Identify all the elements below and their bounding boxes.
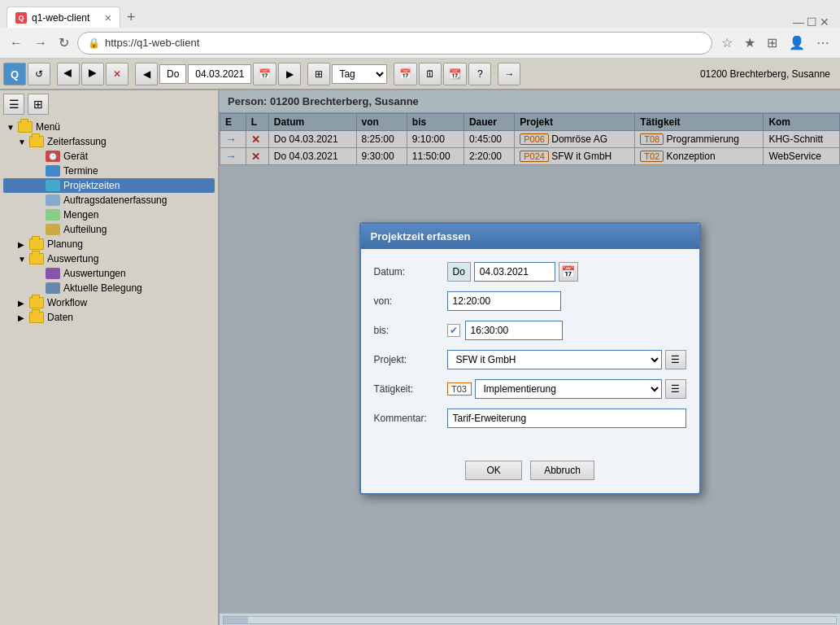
- day-label: Do: [447, 262, 471, 282]
- new-tab-button[interactable]: +: [120, 7, 142, 28]
- bookmark-star-button[interactable]: ☆: [717, 33, 737, 52]
- menu-button[interactable]: ⋯: [812, 33, 833, 52]
- sidebar-item-label: Mengen: [63, 209, 98, 221]
- arrow-button[interactable]: →: [498, 63, 520, 85]
- nav-next-button[interactable]: ⯈: [81, 63, 104, 85]
- folder-icon: [29, 136, 44, 147]
- datum-input[interactable]: [474, 262, 555, 282]
- sidebar-item-label: Workflow: [47, 297, 87, 308]
- sidebar-layout-button[interactable]: ⊞: [28, 94, 49, 115]
- auswertungen-icon: [46, 268, 60, 279]
- calendar-button[interactable]: 📅: [253, 63, 276, 85]
- bis-input[interactable]: [465, 321, 563, 340]
- kommentar-control: [447, 409, 686, 428]
- sidebar-item-label: Zeiterfassung: [47, 136, 107, 147]
- taetigkeit-select-group: T03 Implementierung ☰: [447, 379, 686, 399]
- cancel-button[interactable]: Abbruch: [530, 461, 594, 480]
- sidebar-item-planung[interactable]: ▶ Planung: [3, 237, 215, 251]
- expand-icon: ▼: [7, 123, 18, 132]
- sidebar-item-label: Projektzeiten: [63, 180, 120, 191]
- kommentar-input[interactable]: [447, 409, 686, 428]
- calendar-picker-button[interactable]: 📅: [559, 262, 578, 282]
- sidebar-item-mengen[interactable]: ▶ Mengen: [3, 208, 215, 222]
- projekt-select[interactable]: SFW it GmbH: [447, 350, 662, 369]
- main-layout: ☰ ⊞ ▼ Menü ▼ Zeiterfassung ▶ �: [0, 90, 840, 625]
- view-select[interactable]: Tag Woche Monat: [333, 65, 386, 83]
- forward-button[interactable]: →: [31, 34, 50, 52]
- folder-icon: [29, 312, 44, 323]
- url-text: https://q1-web-client: [105, 37, 199, 49]
- month-view-button[interactable]: 📅: [394, 63, 417, 85]
- von-label: von:: [374, 295, 447, 307]
- sidebar-item-label: Aktuelle Belegung: [63, 282, 142, 294]
- nav-prev-button[interactable]: ⯇: [57, 63, 80, 85]
- sidebar-item-daten[interactable]: ▶ Daten: [3, 310, 215, 325]
- bookmark-list-button[interactable]: ★: [740, 33, 759, 52]
- belegung-icon: [46, 282, 60, 294]
- refresh-button[interactable]: ↻: [55, 33, 72, 52]
- tab-bar: Q q1-web-client × + — ☐ ✕: [0, 0, 840, 28]
- scroll-thumb[interactable]: [224, 617, 248, 623]
- sidebar-item-zeiterfassung[interactable]: ▼ Zeiterfassung: [3, 134, 215, 149]
- tab-icon: Q: [15, 12, 27, 24]
- sidebar-item-menu[interactable]: ▼ Menü: [3, 120, 215, 134]
- expand-icon: ▼: [18, 138, 29, 146]
- datum-control: Do 📅: [447, 262, 686, 282]
- day-label-display: Do: [159, 64, 186, 84]
- minimize-button[interactable]: —: [793, 16, 804, 28]
- tab-close-button[interactable]: ×: [105, 12, 111, 24]
- auftrag-icon: [46, 194, 60, 206]
- sidebar-item-geraet[interactable]: ▶ 🕐 Gerät: [3, 149, 215, 164]
- browser-tab[interactable]: Q q1-web-client ×: [7, 7, 120, 28]
- sidebar-toggle-button[interactable]: ☰: [3, 94, 24, 115]
- projekt-detail-button[interactable]: ☰: [665, 350, 686, 369]
- close-button[interactable]: ✕: [819, 16, 830, 28]
- von-input[interactable]: [447, 291, 561, 311]
- sidebar-item-termine[interactable]: ▶ Termine: [3, 164, 215, 178]
- sidebar-item-aktuelle-belegung[interactable]: ▶ Aktuelle Belegung: [3, 281, 215, 295]
- datum-row: Datum: Do 📅: [374, 262, 686, 282]
- grid-view-button[interactable]: ⊞: [307, 63, 330, 85]
- undo-button[interactable]: ↺: [28, 63, 50, 85]
- app-toolbar: Q ↺ ⯇ ⯈ ✕ ◀ Do 04.03.2021 📅 ▶ ⊞ Tag Woch…: [0, 59, 840, 90]
- sidebar-item-auftragsdatenerfassung[interactable]: ▶ Auftragsdatenerfassung: [3, 193, 215, 208]
- profile-button[interactable]: 👤: [785, 33, 809, 52]
- home-button[interactable]: Q: [3, 63, 26, 85]
- calendar2-button[interactable]: 📆: [443, 63, 467, 85]
- dialog-overlay: Projektzeit erfassen Datum: Do 📅: [220, 90, 840, 625]
- week-view-button[interactable]: 🗓: [419, 63, 442, 85]
- help-button[interactable]: ?: [468, 63, 491, 85]
- sidebar-item-label: Gerät: [63, 151, 88, 162]
- sidebar-item-aufteilung[interactable]: ▶ Aufteilung: [3, 222, 215, 237]
- tab-title: q1-web-client: [32, 12, 89, 24]
- sidebar-item-auswertungen[interactable]: ▶ Auswertungen: [3, 266, 215, 281]
- browser-actions: ☆ ★ ⊞ 👤 ⋯: [717, 33, 833, 52]
- address-bar: ← → ↻ 🔒 https://q1-web-client ☆ ★ ⊞ 👤 ⋯: [0, 28, 840, 59]
- back-button[interactable]: ←: [7, 34, 26, 52]
- sidebar-item-projektzeiten[interactable]: ▶ Projektzeiten: [3, 178, 215, 193]
- stop-button[interactable]: ✕: [106, 63, 128, 85]
- ok-button[interactable]: OK: [465, 461, 522, 480]
- user-display: 01200 Brechterberg, Susanne: [694, 67, 837, 81]
- maximize-button[interactable]: ☐: [806, 16, 817, 28]
- sidebar-item-label: Menü: [36, 121, 60, 133]
- browser-chrome: Q q1-web-client × + — ☐ ✕ ← → ↻ 🔒 https:…: [0, 0, 840, 59]
- view-dropdown[interactable]: Tag Woche Monat: [332, 64, 387, 84]
- taetigkeit-select[interactable]: Implementierung: [475, 379, 662, 399]
- horizontal-scrollbar[interactable]: [220, 613, 840, 625]
- scroll-track[interactable]: [223, 616, 837, 624]
- geraet-icon: 🕐: [46, 151, 60, 162]
- folder-icon: [29, 238, 44, 250]
- projekt-control: SFW it GmbH ☰: [447, 350, 686, 369]
- bis-checkbox[interactable]: ✔: [447, 324, 460, 337]
- url-bar[interactable]: 🔒 https://q1-web-client: [77, 32, 712, 55]
- next-day-button[interactable]: ▶: [278, 63, 301, 85]
- sidebar-item-workflow[interactable]: ▶ Workflow: [3, 295, 215, 310]
- taetigkeit-detail-button[interactable]: ☰: [665, 379, 686, 399]
- taetigkeit-control: T03 Implementierung ☰: [447, 379, 686, 399]
- extensions-button[interactable]: ⊞: [763, 33, 781, 52]
- sidebar-item-auswertung[interactable]: ▼ Auswertung: [3, 251, 215, 266]
- prev-day-button[interactable]: ◀: [135, 63, 158, 85]
- termine-icon: [46, 165, 60, 177]
- taetigkeit-row: Tätigkeit: T03 Implementierung ☰: [374, 379, 686, 399]
